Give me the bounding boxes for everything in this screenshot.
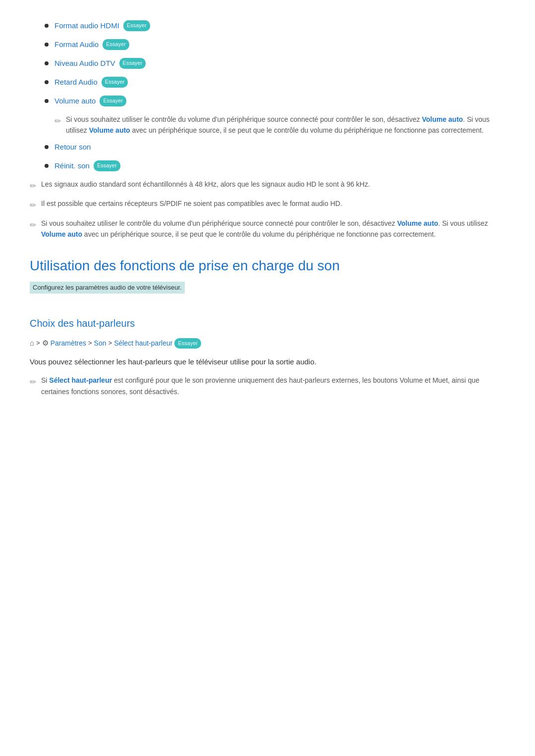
list-item-format-audio: Format Audio Essayer [45,39,505,50]
note-2: ✏ Il est possible que certains récepteur… [30,198,505,212]
volume-auto-badge: Essayer [100,96,126,106]
retard-audio-badge: Essayer [102,77,128,88]
list-item-volume-auto: Volume auto Essayer [45,95,505,107]
pencil-icon-1: ✏ [30,180,36,193]
subsection-title: Choix des haut-parleurs [30,315,505,331]
home-icon: ⌂ [30,337,34,349]
main-section-divider: Utilisation des fonctions de prise en ch… [30,255,505,306]
reinit-son-badge: Essayer [94,160,120,171]
subsection-note: ✏ Si Sélect haut-parleur est configuré p… [30,375,505,397]
niveau-audio-dtv-badge: Essayer [119,58,146,69]
list-item-reinit-son: Réinit. son Essayer [45,160,505,172]
pencil-icon-2: ✏ [30,199,36,212]
list-item-format-audio-hdmi: Format audio HDMI Essayer [45,20,505,32]
breadcrumb-settings: Paramètres [51,338,86,349]
format-audio-label: Format Audio [54,39,99,50]
volume-auto-note-text: Si vous souhaitez utiliser le contrôle d… [66,114,505,136]
secondary-bullet-list: Retour son Réinit. son Essayer [45,141,505,172]
bullet-dot [45,43,49,47]
retard-audio-label: Retard Audio [54,76,98,88]
bullet-dot [45,24,49,28]
breadcrumb-sep-1: > [36,338,40,349]
retour-son-label: Retour son [54,141,91,153]
note-2-text: Il est possible que certains récepteurs … [41,198,342,209]
main-section-subtitle: Configurez les paramètres audio de votre… [30,282,185,294]
reinit-son-label: Réinit. son [54,160,90,172]
breadcrumb-badge: Essayer [174,338,201,349]
breadcrumb-son: Son [94,338,107,349]
note-1-text: Les signaux audio standard sont échantil… [41,179,370,190]
bullet-dot [45,61,49,65]
main-bullet-list: Format audio HDMI Essayer Format Audio E… [45,20,505,107]
subsection-note-text: Si Sélect haut-parleur est configuré pou… [41,375,505,397]
format-audio-hdmi-label: Format audio HDMI [54,20,119,32]
list-item-retard-audio: Retard Audio Essayer [45,76,505,88]
breadcrumb-sep-3: > [108,338,112,349]
note-3-text: Si vous souhaitez utiliser le contrôle d… [41,218,505,240]
format-audio-hdmi-badge: Essayer [123,20,150,31]
pencil-icon-3: ✏ [30,219,36,232]
list-item-retour-son: Retour son [45,141,505,153]
gear-icon: ⚙ [42,337,49,349]
subsection-body-text: Vous pouvez sélectionner les haut-parleu… [30,356,505,368]
format-audio-badge: Essayer [103,39,129,50]
breadcrumb-select: Sélect haut-parleur [114,338,172,349]
main-section-title: Utilisation des fonctions de prise en ch… [30,255,505,277]
pencil-icon-sub: ✏ [30,376,36,389]
breadcrumb: ⌂ > ⚙ Paramètres > Son > Sélect haut-par… [30,337,505,349]
list-item-niveau-audio-dtv: Niveau Audio DTV Essayer [45,57,505,69]
subsection-choix-haut-parleurs: Choix des haut-parleurs ⌂ > ⚙ Paramètres… [30,315,505,397]
bullet-dot [45,80,49,84]
bullet-dot [45,164,49,168]
breadcrumb-sep-2: > [88,338,92,349]
pencil-icon: ✏ [54,115,61,128]
niveau-audio-dtv-label: Niveau Audio DTV [54,57,115,69]
volume-auto-label: Volume auto [54,95,96,107]
bullet-dot [45,145,49,149]
note-3: ✏ Si vous souhaitez utiliser le contrôle… [30,218,505,240]
bullet-dot [45,99,49,103]
note-1: ✏ Les signaux audio standard sont échant… [30,179,505,193]
volume-auto-note: ✏ Si vous souhaitez utiliser le contrôle… [54,114,505,136]
